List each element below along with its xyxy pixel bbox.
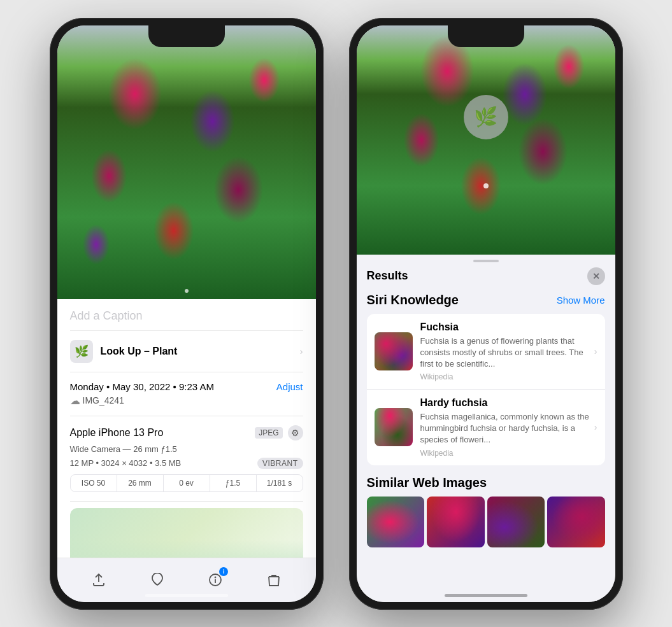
left-phone: Add a Caption 🌿 Look Up – Plant › Monday…	[50, 18, 324, 610]
hardy-name: Hardy fuchsia	[420, 397, 597, 409]
left-phone-screen: Add a Caption 🌿 Look Up – Plant › Monday…	[57, 25, 316, 602]
similar-web-section: Similar Web Images	[357, 476, 615, 558]
knowledge-card: Fuchsia Fuchsia is a genus of flowering …	[367, 314, 605, 465]
info-badge: i	[219, 567, 228, 576]
svg-point-2	[215, 577, 216, 578]
panel-handle[interactable]	[357, 255, 615, 265]
exif-ev: 0 ev	[164, 475, 210, 491]
exif-mm: 26 mm	[117, 475, 164, 491]
results-close-button[interactable]: ✕	[587, 267, 605, 285]
web-image-1[interactable]	[367, 497, 425, 547]
web-image-4[interactable]	[547, 497, 605, 547]
map-preview[interactable]	[70, 508, 303, 558]
show-more-button[interactable]: Show More	[557, 295, 605, 306]
info-button[interactable]: i	[204, 568, 227, 591]
hardy-thumbnail	[375, 408, 413, 446]
meta-section: Monday • May 30, 2022 • 9:23 AM Adjust ☁…	[70, 372, 303, 416]
camera-settings-icon[interactable]: ⚙	[288, 425, 303, 440]
web-images-title: Similar Web Images	[367, 476, 487, 490]
fuchsia-chevron-icon: ›	[594, 346, 597, 356]
exif-shutter: 1/181 s	[257, 475, 303, 491]
fuchsia-desc: Fuchsia is a genus of flowering plants t…	[420, 335, 597, 370]
knowledge-item-fuchsia[interactable]: Fuchsia Fuchsia is a genus of flowering …	[367, 314, 605, 390]
right-phone: 🌿 Results ✕ Siri Knowledge Show More	[349, 18, 623, 610]
results-header: Results ✕	[357, 265, 615, 293]
exif-row: ISO 50 26 mm 0 ev ƒ1.5 1/181 s	[70, 474, 303, 492]
lookup-label: Look Up – Plant	[101, 346, 178, 357]
hardy-desc: Fuchsia magellanica, commonly known as t…	[420, 411, 597, 446]
hardy-source: Wikipedia	[420, 449, 597, 458]
camera-section: Apple iPhone 13 Pro JPEG ⚙ Wide Camera —…	[70, 416, 303, 502]
siri-bubble: 🌿	[464, 95, 508, 139]
knowledge-section-header: Siri Knowledge Show More	[367, 293, 605, 307]
filename-label: IMG_4241	[83, 395, 124, 405]
phone-notch	[148, 25, 225, 47]
vibrant-badge: VIBRANT	[257, 458, 303, 469]
caption-placeholder[interactable]: Add a Caption	[70, 309, 143, 322]
home-indicator	[145, 594, 228, 597]
format-badge: JPEG	[255, 427, 282, 439]
knowledge-title: Siri Knowledge	[367, 293, 459, 307]
hardy-chevron-icon: ›	[594, 422, 597, 432]
page-dot	[185, 289, 189, 293]
hardy-content: Hardy fuchsia Fuchsia magellanica, commo…	[420, 397, 597, 458]
fuchsia-source: Wikipedia	[420, 372, 597, 381]
fuchsia-thumbnail	[375, 332, 413, 370]
camera-model: Apple iPhone 13 Pro	[70, 427, 164, 439]
results-panel: Results ✕ Siri Knowledge Show More	[357, 255, 615, 602]
siri-leaf-icon: 🌿	[474, 106, 497, 128]
lookup-chevron-icon: ›	[300, 346, 303, 356]
right-phone-screen: 🌿 Results ✕ Siri Knowledge Show More	[357, 25, 615, 602]
siri-dot	[483, 183, 489, 188]
adjust-button[interactable]: Adjust	[276, 381, 303, 392]
fuchsia-content: Fuchsia Fuchsia is a genus of flowering …	[420, 321, 597, 382]
web-image-3[interactable]	[487, 497, 545, 547]
results-title: Results	[367, 269, 408, 283]
web-images-grid	[367, 497, 605, 547]
exif-iso: ISO 50	[71, 475, 117, 491]
favorite-button[interactable]	[146, 568, 169, 591]
web-image-2[interactable]	[427, 497, 485, 547]
meta-date: Monday • May 30, 2022 • 9:23 AM	[70, 381, 214, 392]
exif-aperture: ƒ1.5	[210, 475, 257, 491]
cloud-icon: ☁	[70, 395, 80, 407]
camera-lens: Wide Camera — 26 mm ƒ1.5	[70, 444, 303, 454]
meta-location: ☁ IMG_4241	[70, 395, 303, 407]
right-photo-display: 🌿	[357, 25, 615, 255]
camera-resolution: 12 MP • 3024 × 4032 • 3.5 MB	[70, 458, 182, 468]
knowledge-item-hardy[interactable]: Hardy fuchsia Fuchsia magellanica, commo…	[367, 390, 605, 465]
lookup-row[interactable]: 🌿 Look Up – Plant ›	[70, 331, 303, 372]
phone-notch-right	[448, 25, 524, 47]
share-button[interactable]	[87, 568, 110, 591]
photo-info-panel: Add a Caption 🌿 Look Up – Plant › Monday…	[57, 299, 316, 558]
web-section-header: Similar Web Images	[367, 476, 605, 490]
siri-knowledge-section: Siri Knowledge Show More Fuchsia Fuchsia…	[357, 293, 615, 476]
lookup-icon: 🌿	[70, 340, 93, 363]
home-indicator-right	[445, 594, 527, 597]
photo-display[interactable]	[57, 25, 316, 299]
handle-bar	[473, 260, 499, 262]
fuchsia-name: Fuchsia	[420, 321, 597, 333]
caption-area[interactable]: Add a Caption	[70, 299, 303, 331]
delete-button[interactable]	[262, 568, 285, 591]
